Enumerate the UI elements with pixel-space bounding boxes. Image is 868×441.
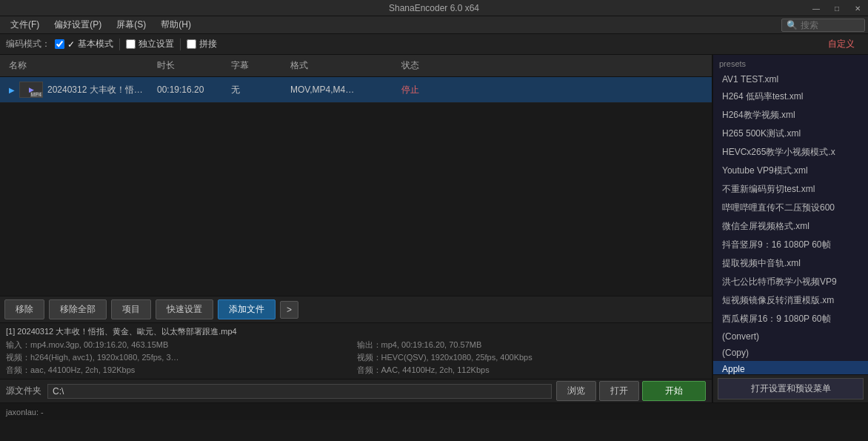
info-grid: 输入：mp4.mov.3gp, 00:19:16.20, 463.15MB 输出… (6, 339, 706, 376)
table-header: 名称 时长 字幕 格式 状态 (0, 55, 712, 77)
file-button-row: 移除 移除全部 项目 快速设置 添加文件 > (0, 296, 712, 322)
status-bar: jaxonlau: - (0, 402, 868, 420)
audio-in-value: aac, 44100Hz, 2ch, 192Kbps (30, 365, 135, 374)
input-label: 输入： (6, 340, 30, 349)
remove-button[interactable]: 移除 (4, 299, 44, 319)
preset-item[interactable]: 哔哩哔哩直传不二压预设600 (713, 199, 868, 217)
row-subtitle: 无 (228, 82, 287, 98)
search-box: 🔍 (781, 19, 865, 32)
video-out-info: 视频：HEVC(QSV), 1920x1080, 25fps, 400Kbps (357, 352, 707, 363)
toolbar: 编码模式： ✓ 基本模式 独立设置 拼接 自定义 (0, 34, 868, 55)
preset-item[interactable]: HEVCx265教学小视频模式.x (713, 143, 868, 162)
preset-item[interactable]: H264 低码率test.xml (713, 87, 868, 106)
source-row: 源文件夹 浏览 打开 开始 (0, 379, 712, 402)
preset-item[interactable]: 不重新编码剪切test.xml (713, 180, 868, 199)
table-body: ▶ ▶ MP4 20240312 大丰收！悟… 00:19:16.20 无 MO… (0, 77, 712, 296)
file-panel: 名称 时长 字幕 格式 状态 ▶ ▶ MP4 20240312 大丰收！悟… 0… (0, 55, 712, 402)
search-input[interactable] (801, 20, 860, 30)
minimize-button[interactable]: — (806, 0, 827, 16)
mosaic-check[interactable] (187, 39, 196, 49)
col-subtitle: 字幕 (228, 58, 287, 73)
preset-item[interactable]: 微信全屏视频格式.xml (713, 217, 868, 236)
menu-help[interactable]: 帮助(H) (153, 17, 198, 33)
preset-panel: presetsAV1 TEST.xmlH264 低码率test.xmlH264教… (712, 55, 868, 402)
remove-all-button[interactable]: 移除全部 (49, 299, 107, 319)
source-label: 源文件夹 (6, 385, 43, 397)
menu-screen[interactable]: 屏幕(S) (109, 17, 153, 33)
audio-out-value: AAC, 44100Hz, 2ch, 112Kbps (381, 365, 490, 374)
add-file-button[interactable]: 添加文件 (218, 299, 276, 319)
app-title: ShanaEncoder 6.0 x64 (389, 3, 479, 13)
open-button[interactable]: 打开 (599, 381, 639, 401)
basic-mode-checkbox[interactable]: ✓ 基本模式 (55, 38, 113, 50)
menu-preferences[interactable]: 偏好设置(P) (47, 17, 109, 33)
open-settings-button[interactable]: 打开设置和预设菜单 (718, 378, 864, 399)
output-info: 输出：mp4, 00:19:16.20, 70.57MB (357, 339, 707, 351)
menu-file[interactable]: 文件(F) (3, 17, 47, 33)
preset-item[interactable]: 西瓜横屏16：9 1080P 60帧 (713, 310, 868, 328)
preset-item[interactable]: 洪七公比特币教学小视频VP9 (713, 273, 868, 291)
independent-label: 独立设置 (138, 38, 174, 50)
video-out-value: HEVC(QSV), 1920x1080, 25fps, 400Kbps (381, 353, 533, 362)
preset-item[interactable]: 提取视频中音轨.xml (713, 254, 868, 273)
row-filename: 20240312 大丰收！悟… (47, 84, 143, 96)
mosaic-label: 拼接 (199, 38, 217, 50)
col-format: 格式 (287, 58, 398, 73)
more-button[interactable]: > (280, 301, 298, 319)
preset-item[interactable]: H264教学视频.xml (713, 106, 868, 125)
audio-out-info: 音频：AAC, 44100Hz, 2ch, 112Kbps (357, 365, 707, 376)
video-in-info: 视频：h264(High, avc1), 1920x1080, 25fps, 3… (6, 352, 355, 363)
mosaic-checkbox[interactable]: 拼接 (187, 38, 217, 50)
window-controls: — □ ✕ (806, 0, 868, 16)
preset-item[interactable]: Apple (713, 361, 868, 374)
output-label: 输出： (357, 340, 381, 349)
project-button[interactable]: 项目 (111, 299, 151, 319)
source-path-input[interactable] (47, 384, 552, 399)
title-bar: ShanaEncoder 6.0 x64 — □ ✕ (0, 0, 868, 16)
preset-button-row: 打开设置和预设菜单 (713, 374, 868, 402)
customize-button[interactable]: 自定义 (821, 36, 862, 52)
mp4-badge: MP4 (30, 92, 42, 97)
independent-check[interactable] (126, 39, 136, 49)
video-out-label: 视频： (357, 353, 381, 362)
preset-item[interactable]: 抖音竖屏9：16 1080P 60帧 (713, 236, 868, 254)
row-duration: 00:19:16.20 (154, 83, 228, 96)
row-format: MOV,MP4,M4… (287, 83, 398, 96)
basic-mode-check[interactable] (55, 39, 64, 49)
preset-item[interactable]: (Copy) (713, 345, 868, 361)
basic-mode-label: ✓ (67, 39, 75, 50)
preset-item[interactable]: (Convert) (713, 328, 868, 345)
quick-settings-button[interactable]: 快速设置 (156, 299, 213, 319)
status-text: jaxonlau: - (6, 408, 44, 417)
preset-item[interactable]: H265 500K测试.xml (713, 125, 868, 143)
preset-list: presetsAV1 TEST.xmlH264 低码率test.xmlH264教… (713, 55, 868, 374)
independent-checkbox[interactable]: 独立设置 (126, 38, 174, 50)
main-layout: 名称 时长 字幕 格式 状态 ▶ ▶ MP4 20240312 大丰收！悟… 0… (0, 55, 868, 402)
output-value: mp4, 00:19:16.20, 70.57MB (381, 340, 482, 349)
video-in-label: 视频： (6, 353, 30, 362)
audio-out-label: 音频： (357, 365, 381, 374)
basic-mode-text: 基本模式 (78, 38, 113, 50)
preset-item[interactable]: presets (713, 56, 868, 71)
table-row[interactable]: ▶ ▶ MP4 20240312 大丰收！悟… 00:19:16.20 无 MO… (0, 77, 712, 103)
start-button[interactable]: 开始 (642, 381, 706, 401)
preset-item[interactable]: 短视频镜像反转消重模版.xm (713, 291, 868, 310)
info-filename: [1] 20240312 大丰收！悟指、黄金、歐元、以太幣部署跟進.mp4 (6, 326, 706, 337)
info-panel: [1] 20240312 大丰收！悟指、黄金、歐元、以太幣部署跟進.mp4 输入… (0, 322, 712, 379)
input-value: mp4.mov.3gp, 00:19:16.20, 463.15MB (30, 340, 168, 349)
row-name-cell: ▶ ▶ MP4 20240312 大丰收！悟… (6, 80, 154, 99)
preset-item[interactable]: AV1 TEST.xml (713, 71, 868, 87)
audio-in-label: 音频： (6, 365, 30, 374)
close-button[interactable]: ✕ (847, 0, 868, 16)
source-actions: 浏览 打开 开始 (556, 381, 706, 401)
audio-in-info: 音频：aac, 44100Hz, 2ch, 192Kbps (6, 365, 355, 376)
col-status: 状态 (398, 58, 487, 73)
maximize-button[interactable]: □ (827, 0, 847, 16)
preset-item[interactable]: Youtube VP9模式.xml (713, 162, 868, 180)
browse-button[interactable]: 浏览 (556, 381, 596, 401)
col-name: 名称 (6, 58, 154, 73)
file-thumbnail: ▶ MP4 (19, 82, 43, 98)
encoding-mode-label: 编码模式： (6, 38, 50, 50)
row-status: 停止 (398, 82, 487, 98)
col-duration: 时长 (154, 58, 228, 73)
